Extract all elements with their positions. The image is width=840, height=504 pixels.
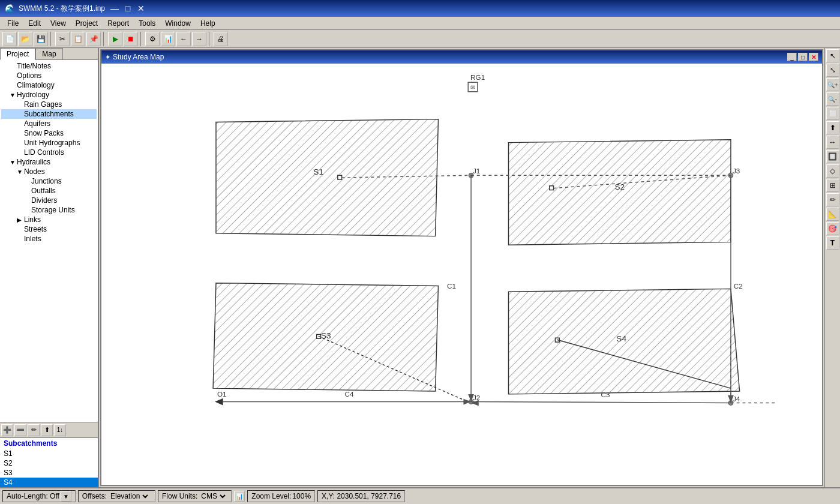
add-item-button[interactable]: ➕ <box>1 424 13 436</box>
tree-item-outfalls[interactable]: Outfalls <box>1 186 97 196</box>
tree-item-streets[interactable]: Streets <box>1 224 97 234</box>
tool-pointer[interactable]: ↖ <box>826 49 839 62</box>
tree-item-inlets[interactable]: Inlets <box>1 234 97 244</box>
edit-item-button[interactable]: ✏ <box>28 424 40 436</box>
tree-item-title-notes[interactable]: Title/Notes <box>1 61 97 71</box>
toolbar-graph[interactable]: 📊 <box>161 32 175 46</box>
subcatchment-s3-label: S3 <box>321 331 331 340</box>
menu-help[interactable]: Help <box>196 18 220 29</box>
tree-item-storage-units[interactable]: Storage Units <box>1 205 97 215</box>
close-button[interactable]: ✕ <box>135 2 147 14</box>
tree-item-hydrology[interactable]: ▼ Hydrology <box>1 90 97 100</box>
menu-window[interactable]: Window <box>160 18 196 29</box>
tool-zoom-extent[interactable]: ⬜ <box>826 107 839 120</box>
j4-label: J4 <box>733 395 740 403</box>
tree-item-unit-hydro[interactable]: Unit Hydrographs <box>1 138 97 148</box>
tool-add-link[interactable]: ↔ <box>826 136 839 149</box>
toolbar-copy[interactable]: 📋 <box>71 32 85 46</box>
remove-item-button[interactable]: ➖ <box>14 424 26 436</box>
offsets-select[interactable]: Elevation Depth <box>108 491 150 501</box>
list-area: Subcatchments S1 S2 S3 S4 <box>0 437 98 487</box>
list-row-s3[interactable]: S3 <box>0 468 98 478</box>
subcatchment-s1-label: S1 <box>313 167 323 176</box>
s2-outlet <box>550 186 554 190</box>
toolbar-run[interactable]: ▶ <box>108 32 122 46</box>
map-minimize-button[interactable]: _ <box>787 53 797 61</box>
tree-item-hydraulics[interactable]: ▼ Hydraulics <box>1 157 97 167</box>
tab-project[interactable]: Project <box>0 48 35 60</box>
s1-outlet <box>338 175 342 179</box>
tab-map[interactable]: Map <box>35 48 62 59</box>
menu-edit[interactable]: Edit <box>23 18 46 29</box>
tree-item-rain-gages[interactable]: Rain Gages <box>1 100 97 109</box>
flow-units-select[interactable]: CMS CFS GPM <box>199 491 227 501</box>
map-svg[interactable]: S1 S2 S3 S4 <box>101 64 822 485</box>
sort-button[interactable]: 1↓ <box>54 424 66 436</box>
offsets-status: Offsets: Elevation Depth <box>78 490 155 502</box>
tool-pan[interactable]: ⤡ <box>826 64 839 77</box>
tool-edit[interactable]: ✏ <box>826 193 839 206</box>
tool-ruler[interactable]: 📐 <box>826 208 839 221</box>
toolbar-scenario[interactable]: ⚙ <box>145 32 160 46</box>
tree-item-nodes[interactable]: ▼ Nodes <box>1 167 97 176</box>
tree-item-climatology[interactable]: Climatology <box>1 80 97 90</box>
conduit-c3-line <box>471 402 731 403</box>
move-up-button[interactable]: ⬆ <box>41 424 53 436</box>
toolbar-cut[interactable]: ✂ <box>55 32 70 46</box>
tree-item-dividers[interactable]: Dividers <box>1 196 97 205</box>
outfall-o1[interactable] <box>215 398 223 406</box>
toolbar-back[interactable]: ← <box>176 32 191 46</box>
o1-label: O1 <box>217 390 227 398</box>
map-content[interactable]: S1 S2 S3 S4 <box>101 64 822 485</box>
zoom-status: Zoom Level: 100% <box>247 490 315 502</box>
menu-file[interactable]: File <box>2 18 23 29</box>
toolbar-paste[interactable]: 📌 <box>86 32 101 46</box>
tool-select-region[interactable]: ⊞ <box>826 179 839 192</box>
list-row-s4[interactable]: S4 <box>0 478 98 487</box>
zoom-value: 100% <box>292 492 311 500</box>
panel-bottom-toolbar: ➕ ➖ ✏ ⬆ 1↓ <box>0 422 98 437</box>
maximize-button[interactable]: □ <box>122 2 134 14</box>
flow-units-button[interactable]: 📊 <box>234 491 245 502</box>
toolbar-forward[interactable]: → <box>192 32 206 46</box>
toolbar-stop[interactable]: ⏹ <box>124 32 138 46</box>
toolbar-save[interactable]: 💾 <box>34 32 48 46</box>
subcatchment-s2[interactable] <box>509 140 731 245</box>
app-title: SWMM 5.2 - 教学案例1.inp <box>19 4 105 14</box>
tool-add-subcatch[interactable]: 🔲 <box>826 150 839 163</box>
tool-add-node[interactable]: ⬆ <box>826 121 839 134</box>
main-toolbar: 📄 📂 💾 ✂ 📋 📌 ▶ ⏹ ⚙ 📊 ← → 🖨 <box>0 30 840 48</box>
map-close-button[interactable]: ✕ <box>809 53 818 61</box>
subcatchment-s1[interactable] <box>216 119 439 236</box>
tree-item-junctions[interactable]: Junctions <box>1 176 97 186</box>
menu-view[interactable]: View <box>46 18 71 29</box>
j2-label: J2 <box>473 394 480 401</box>
menu-tools[interactable]: Tools <box>134 18 160 29</box>
tree-item-subcatchments[interactable]: Subcatchments <box>1 109 97 119</box>
tree-item-links[interactable]: ▶ Links <box>1 215 97 224</box>
map-maximize-button[interactable]: □ <box>798 53 808 61</box>
tree-item-aquifers[interactable]: Aquifers <box>1 119 97 128</box>
tree-item-options[interactable]: Options <box>1 71 97 80</box>
tree-item-lid-controls[interactable]: LID Controls <box>1 148 97 157</box>
tool-zoom-out[interactable]: 🔍- <box>826 92 839 106</box>
tool-zoom-in[interactable]: 🔍+ <box>826 78 839 91</box>
auto-length-label: Auto-Length: Off <box>7 492 59 500</box>
list-row-s2[interactable]: S2 <box>0 458 98 468</box>
left-panel: Project Map Title/Notes Options Climatol… <box>0 48 99 487</box>
map-titlebar: ✦ Study Area Map _ □ ✕ <box>101 50 822 64</box>
list-row-s1[interactable]: S1 <box>0 449 98 458</box>
tool-label[interactable]: T <box>826 236 839 250</box>
app-icon: 🌊 <box>5 4 15 13</box>
toolbar-open[interactable]: 📂 <box>18 32 32 46</box>
auto-length-dropdown[interactable]: ▼ <box>61 491 71 502</box>
tree-item-snow-packs[interactable]: Snow Packs <box>1 128 97 138</box>
minimize-button[interactable]: — <box>109 2 121 14</box>
tool-select-vertex[interactable]: ◇ <box>826 164 839 178</box>
toolbar-print[interactable]: 🖨 <box>214 32 228 46</box>
c1-label: C1 <box>447 282 456 290</box>
toolbar-new[interactable]: 📄 <box>2 32 17 46</box>
menu-report[interactable]: Report <box>103 18 134 29</box>
tool-find[interactable]: 🎯 <box>826 222 839 235</box>
menu-project[interactable]: Project <box>71 18 103 29</box>
